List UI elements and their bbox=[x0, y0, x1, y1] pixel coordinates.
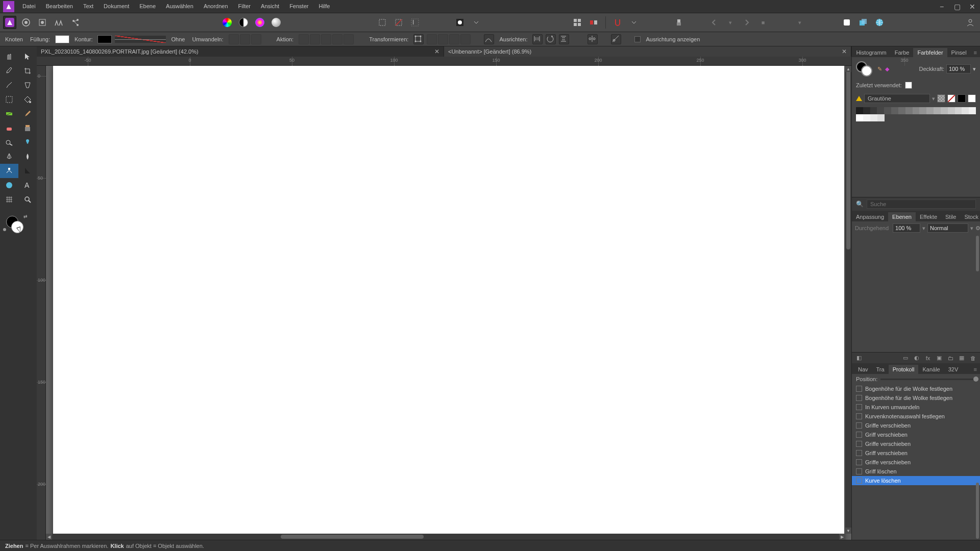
history-item[interactable]: Bogenhöhe für die Wolke festlegen bbox=[852, 384, 980, 393]
fg-bg-color[interactable]: ⇄ bbox=[6, 216, 27, 236]
palette-view-grid-icon[interactable] bbox=[937, 94, 945, 103]
crop-tool[interactable] bbox=[18, 64, 37, 78]
marquee-tool[interactable] bbox=[0, 92, 18, 107]
move-tool[interactable] bbox=[18, 49, 37, 64]
palette-white-icon[interactable] bbox=[968, 94, 976, 103]
layer-delete-icon[interactable]: 🗑 bbox=[969, 354, 977, 362]
document-tab-1[interactable]: <Unbenannt> [Geändert] (86.9%) ✕ bbox=[444, 46, 851, 57]
menu-dokument[interactable]: Dokument bbox=[99, 0, 134, 13]
history-menu-icon[interactable]: ≡ bbox=[971, 365, 980, 374]
align-flip-h-button[interactable] bbox=[532, 34, 543, 44]
gray-swatch[interactable] bbox=[856, 114, 863, 121]
scrollbar-h-thumb[interactable] bbox=[281, 535, 424, 539]
menu-filter[interactable]: Filter bbox=[233, 0, 256, 13]
gray-swatch[interactable] bbox=[919, 107, 926, 114]
layers-scroll-thumb[interactable] bbox=[976, 236, 979, 271]
tab-32v[interactable]: 32V bbox=[944, 365, 963, 374]
account-icon[interactable] bbox=[964, 16, 977, 29]
dodge-tool[interactable] bbox=[0, 135, 18, 149]
menu-datei[interactable]: Datei bbox=[17, 0, 41, 13]
tab-stile[interactable]: Stile bbox=[941, 212, 960, 221]
scroll-right-icon[interactable]: ▶ bbox=[839, 534, 845, 540]
history-item[interactable]: Kurvenknotenauswahl festlegen bbox=[852, 412, 980, 421]
reset-colors-icon[interactable] bbox=[3, 228, 6, 231]
tab-effekte[interactable]: Effekte bbox=[916, 212, 941, 221]
tab-farbe[interactable]: Farbe bbox=[891, 48, 914, 57]
pen-tool[interactable] bbox=[0, 149, 18, 164]
corner-tool[interactable] bbox=[18, 164, 37, 178]
shape-tool[interactable] bbox=[0, 178, 18, 192]
layer-mask-icon[interactable]: ▭ bbox=[901, 354, 910, 362]
close-button[interactable]: ✕ bbox=[965, 0, 980, 13]
hand-tool[interactable] bbox=[0, 49, 18, 64]
history-item[interactable]: Griffe verschieben bbox=[852, 439, 980, 448]
persona-develop[interactable] bbox=[36, 16, 49, 29]
layer-opacity-dropdown-icon[interactable]: ▾ bbox=[922, 225, 925, 232]
scrollbar-horizontal[interactable]: ◀ ▶ bbox=[46, 534, 845, 540]
tab-farbfelder[interactable]: Farbfelder bbox=[913, 48, 947, 57]
gray-swatch[interactable] bbox=[962, 107, 969, 114]
selection-text-icon[interactable]: I bbox=[408, 16, 422, 29]
history-item[interactable]: Bogenhöhe für die Wolke festlegen bbox=[852, 393, 980, 403]
gray-swatch[interactable] bbox=[941, 107, 948, 114]
gray-swatch[interactable] bbox=[877, 114, 885, 121]
retouch-tool[interactable] bbox=[18, 135, 37, 149]
tab-kanaele[interactable]: Kanäle bbox=[918, 365, 944, 374]
menu-text[interactable]: Text bbox=[78, 0, 99, 13]
layer-tag-icon[interactable]: ◧ bbox=[855, 354, 863, 362]
menu-fenster[interactable]: Fenster bbox=[284, 0, 313, 13]
gray-swatch[interactable] bbox=[969, 107, 976, 114]
flood-select-tool[interactable] bbox=[18, 78, 37, 92]
palette-black-icon[interactable] bbox=[958, 94, 966, 103]
fill-swatch[interactable] bbox=[55, 35, 69, 43]
layer-crop-icon[interactable]: ▣ bbox=[935, 354, 943, 362]
swatch-search-input[interactable] bbox=[867, 199, 976, 209]
persona-liquify[interactable] bbox=[19, 16, 33, 29]
stroke-swatch[interactable] bbox=[97, 35, 112, 43]
layer-opacity-input[interactable] bbox=[893, 223, 920, 233]
snap-node-button[interactable] bbox=[587, 34, 598, 44]
menu-ansicht[interactable]: Ansicht bbox=[256, 0, 284, 13]
gray-swatch[interactable] bbox=[870, 107, 877, 114]
eyedropper-icon[interactable]: ✎ bbox=[877, 66, 882, 72]
menu-bearbeiten[interactable]: Bearbeiten bbox=[41, 0, 78, 13]
gray-swatch[interactable] bbox=[884, 107, 891, 114]
scrollbar-vertical[interactable]: ▲ ▼ bbox=[845, 66, 851, 534]
close-tab-1-icon[interactable]: ✕ bbox=[842, 48, 847, 55]
menu-auswaehlen[interactable]: Auswählen bbox=[161, 0, 199, 13]
tab-tra[interactable]: Tra bbox=[872, 365, 889, 374]
gray-swatch[interactable] bbox=[863, 114, 870, 121]
scrollbar-v-thumb[interactable] bbox=[846, 66, 850, 249]
grid-icon[interactable] bbox=[571, 16, 584, 29]
show-align-checkbox[interactable] bbox=[634, 36, 641, 42]
history-list[interactable]: Bogenhöhe für die Wolke festlegenBogenhö… bbox=[852, 384, 980, 540]
gray-swatch[interactable] bbox=[926, 107, 934, 114]
tab-ebenen[interactable]: Ebenen bbox=[888, 212, 916, 221]
bw-icon[interactable] bbox=[237, 16, 250, 29]
history-slider[interactable] bbox=[880, 379, 976, 380]
shade-icon[interactable] bbox=[270, 16, 283, 29]
history-item[interactable]: Kurve löschen bbox=[852, 476, 980, 485]
layer-cog-icon[interactable]: ⚙ bbox=[975, 224, 980, 232]
split-icon[interactable] bbox=[587, 16, 600, 29]
history-slider-handle[interactable] bbox=[973, 377, 978, 382]
canvas[interactable] bbox=[53, 66, 844, 540]
layer-fx-icon[interactable]: fx bbox=[924, 354, 932, 362]
canvas-viewport[interactable]: ▲ ▼ ◀ ▶ bbox=[46, 66, 851, 540]
opacity-dropdown-icon[interactable]: ▾ bbox=[973, 66, 976, 72]
erase-tool[interactable] bbox=[0, 121, 18, 135]
cloud-globe-icon[interactable] bbox=[873, 16, 886, 29]
add-swatch-icon[interactable]: ◆ bbox=[885, 66, 889, 72]
quicktool-dropdown-icon[interactable] bbox=[470, 16, 483, 29]
gray-swatch[interactable] bbox=[905, 107, 913, 114]
history-item[interactable]: Griffe verschieben bbox=[852, 421, 980, 430]
tab-histogramm[interactable]: Histogramm bbox=[852, 48, 890, 57]
gray-swatch[interactable] bbox=[913, 107, 920, 114]
palette-none-icon[interactable] bbox=[947, 94, 955, 103]
menu-anordnen[interactable]: Anordnen bbox=[199, 0, 233, 13]
gray-swatch[interactable] bbox=[948, 107, 955, 114]
persona-photo[interactable] bbox=[3, 16, 16, 29]
close-tab-0-icon[interactable]: ✕ bbox=[434, 48, 439, 55]
selection-deselect-icon[interactable] bbox=[392, 16, 405, 29]
hue-icon[interactable] bbox=[253, 16, 266, 29]
